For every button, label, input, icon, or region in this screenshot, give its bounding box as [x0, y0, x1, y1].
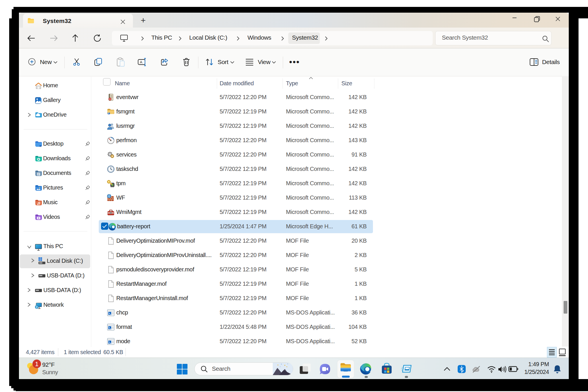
svg-text:1: 1: [35, 360, 38, 368]
svg-text:A: A: [140, 60, 142, 64]
